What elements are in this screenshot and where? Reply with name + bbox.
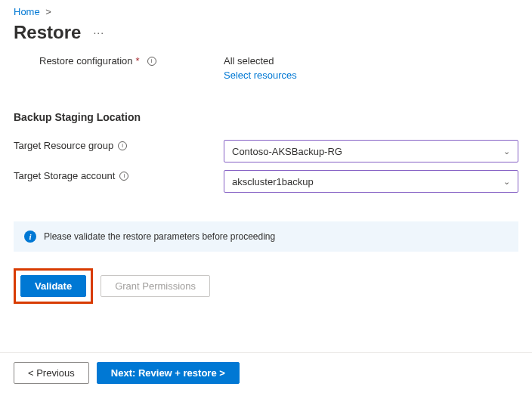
target-resource-group-dropdown[interactable]: Contoso-AKSBackup-RG ⌄ (224, 140, 518, 162)
target-storage-account-dropdown[interactable]: akscluster1backup ⌄ (224, 170, 518, 193)
target-resource-group-row: Target Resource group i Contoso-AKSBacku… (14, 140, 518, 162)
dropdown-value: akscluster1backup (232, 176, 314, 187)
staging-section-title: Backup Staging Location (14, 111, 518, 123)
info-bar-text: Please validate the restore parameters b… (44, 231, 275, 242)
dropdown-value: Contoso-AKSBackup-RG (232, 146, 342, 157)
validate-button[interactable]: Validate (20, 275, 86, 297)
info-icon[interactable]: i (147, 57, 156, 66)
info-icon: i (24, 231, 36, 243)
breadcrumb: Home > (0, 0, 532, 20)
chevron-down-icon: ⌄ (503, 177, 510, 187)
ellipsis-icon[interactable]: ··· (93, 26, 104, 39)
footer-bar: < Previous Next: Review + restore > (0, 352, 532, 393)
select-resources-link[interactable]: Select resources (224, 70, 297, 81)
grant-permissions-button[interactable]: Grant Permissions (101, 275, 210, 297)
restore-config-label: Restore configuration * i (39, 55, 224, 67)
info-icon[interactable]: i (118, 141, 127, 150)
page-title: Restore (14, 22, 81, 43)
previous-button[interactable]: < Previous (14, 362, 89, 384)
next-button[interactable]: Next: Review + restore > (97, 362, 240, 384)
target-storage-account-row: Target Storage account i akscluster1back… (14, 170, 518, 193)
target-resource-group-label: Target Resource group i (14, 140, 224, 151)
highlight-box: Validate (14, 268, 93, 304)
chevron-right-icon: > (45, 6, 51, 17)
breadcrumb-home-link[interactable]: Home (14, 6, 40, 17)
target-storage-account-label: Target Storage account i (14, 170, 224, 181)
restore-config-value: All selected (224, 55, 297, 67)
page-header: Restore ··· (0, 20, 532, 51)
required-asterisk-icon: * (136, 55, 140, 67)
validation-info-bar: i Please validate the restore parameters… (14, 221, 518, 252)
chevron-down-icon: ⌄ (503, 147, 510, 156)
restore-config-row: Restore configuration * i All selected S… (14, 55, 518, 81)
info-icon[interactable]: i (119, 172, 128, 181)
